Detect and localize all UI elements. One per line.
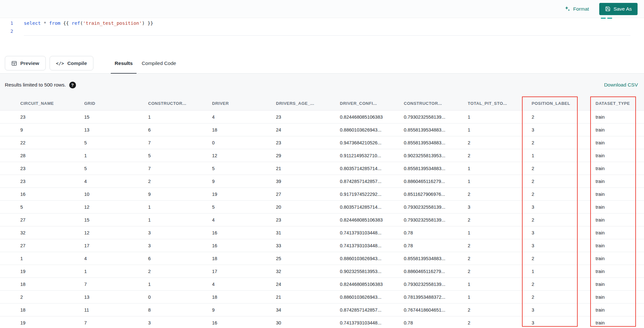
table-cell: 3 [532, 127, 596, 132]
table-cell: 3 [148, 320, 212, 325]
tab-results[interactable]: Results [110, 53, 137, 74]
table-cell: 0.8742857142857... [340, 179, 404, 184]
table-cell: 17 [84, 243, 148, 248]
table-cell: 0.8558139534883... [404, 166, 468, 171]
table-cell: 23 [20, 179, 84, 184]
table-cell: 5 [84, 140, 148, 145]
table-cell: 19 [212, 192, 276, 197]
preview-label: Preview [20, 60, 39, 66]
table-cell: 18 [212, 256, 276, 261]
table-cell: 2 [148, 179, 212, 184]
sql-editor[interactable]: 1 2 select * from {{ ref('train_test_pos… [0, 18, 644, 53]
table-cell: 0.9023255813953... [340, 269, 404, 274]
table-cell: train [596, 153, 644, 158]
app-root: Format Save As 1 2 select * from {{ ref(… [0, 0, 644, 328]
table-row: 913618240.8860103626943...0.855813953488… [0, 123, 644, 136]
column-header: CONSTRUCTOR... [404, 101, 468, 106]
code-token: {{ [61, 21, 72, 26]
results-panel: Results limited to 500 rows. ? Download … [0, 74, 644, 328]
line-number: 2 [0, 27, 13, 35]
table-cell: train [596, 269, 644, 274]
tab-compiled-code[interactable]: Compiled Code [137, 53, 181, 74]
table-cell: 2 [468, 217, 532, 223]
table-cell: 2 [468, 243, 532, 248]
column-header: DRIVER_CONFI... [340, 101, 404, 106]
code-token: from [49, 21, 61, 26]
table-cell: 4 [212, 114, 276, 120]
table-cell: 2 [468, 192, 532, 197]
format-button[interactable]: Format [562, 5, 591, 12]
table-cell: 4 [212, 217, 276, 223]
table-icon [11, 60, 17, 66]
table-cell: 19 [20, 269, 84, 274]
code-line: select * from {{ ref('train_test_positio… [24, 19, 630, 27]
table-cell: 24 [276, 127, 340, 132]
table-cell: 5 [148, 153, 212, 158]
results-table: CIRCUIT_NAMEGRIDCONSTRUCTOR...DRIVERDRIV… [0, 96, 644, 328]
table-cell: 0.7930232558139... [404, 205, 468, 210]
download-csv-link[interactable]: Download CSV [604, 82, 638, 88]
table-cell: train [596, 256, 644, 261]
save-as-button[interactable]: Save As [599, 3, 638, 15]
table-cell: 2 [148, 269, 212, 274]
table-cell: 0.824468085106383 [340, 282, 404, 287]
table-cell: 23 [276, 114, 340, 120]
table-cell: 23 [20, 114, 84, 120]
table-row: 3212316310.7413793103448...0.7813train [0, 226, 644, 239]
column-header: CONSTRUCTOR... [148, 101, 212, 106]
table-cell: 17 [212, 269, 276, 274]
table-cell: 7 [84, 320, 148, 325]
table-cell: 1 [468, 166, 532, 171]
preview-button[interactable]: Preview [5, 56, 46, 70]
table-cell: 28 [20, 153, 84, 158]
table-cell: 2 [468, 320, 532, 325]
table-cell: 3 [532, 243, 596, 248]
code-token: * [43, 21, 46, 26]
table-cell: train [596, 295, 644, 300]
table-cell: 0.7413793103448... [340, 243, 404, 248]
table-cell: 0.7930232558139... [404, 282, 468, 287]
actions-bar: Preview </> Compile Results Compiled Cod… [0, 53, 644, 74]
table-cell: 13 [84, 127, 148, 132]
code-token [46, 21, 49, 26]
table-cell: 18 [212, 127, 276, 132]
code-token: ref [71, 21, 80, 26]
table-cell: 2 [468, 140, 532, 145]
table-cell: 2 [468, 269, 532, 274]
column-header: CIRCUIT_NAME [20, 101, 84, 106]
table-cell: 27 [20, 243, 84, 248]
table-cell: 12 [84, 230, 148, 235]
tab-compiled-code-label: Compiled Code [142, 60, 176, 66]
table-cell: 1 [532, 153, 596, 158]
table-cell: 0.8860103626943... [340, 295, 404, 300]
table-cell: 5 [20, 205, 84, 210]
table-cell: 1 [84, 269, 148, 274]
column-header: GRID [84, 101, 148, 106]
table-cell: 19 [20, 320, 84, 325]
table-cell: 18 [212, 295, 276, 300]
table-cell: 0 [212, 140, 276, 145]
code-line-empty [24, 27, 630, 36]
code-token: select [24, 21, 41, 26]
table-cell: 4 [84, 256, 148, 261]
table-cell: 1 [468, 114, 532, 120]
help-icon[interactable]: ? [69, 82, 76, 88]
table-cell: 0.8860465116279... [404, 179, 468, 184]
table-cell: 7 [148, 140, 212, 145]
table-cell: 34 [276, 307, 340, 313]
table-body: 231514230.8244680851063830.7930232558139… [0, 110, 644, 328]
table-cell: 0.8742857142857... [340, 307, 404, 313]
code-area[interactable]: select * from {{ ref('train_test_positio… [24, 19, 630, 53]
table-cell: 0.9023255813953... [404, 153, 468, 158]
table-cell: 2 [532, 179, 596, 184]
compile-button[interactable]: </> Compile [50, 56, 93, 70]
table-cell: 2 [532, 166, 596, 171]
table-cell: 1 [148, 114, 212, 120]
table-cell: 8 [148, 307, 212, 313]
table-cell: 31 [276, 230, 340, 235]
table-cell: 24 [276, 282, 340, 287]
table-cell: train [596, 243, 644, 248]
table-cell: 32 [276, 269, 340, 274]
table-cell: train [596, 320, 644, 325]
table-cell: 16 [212, 230, 276, 235]
